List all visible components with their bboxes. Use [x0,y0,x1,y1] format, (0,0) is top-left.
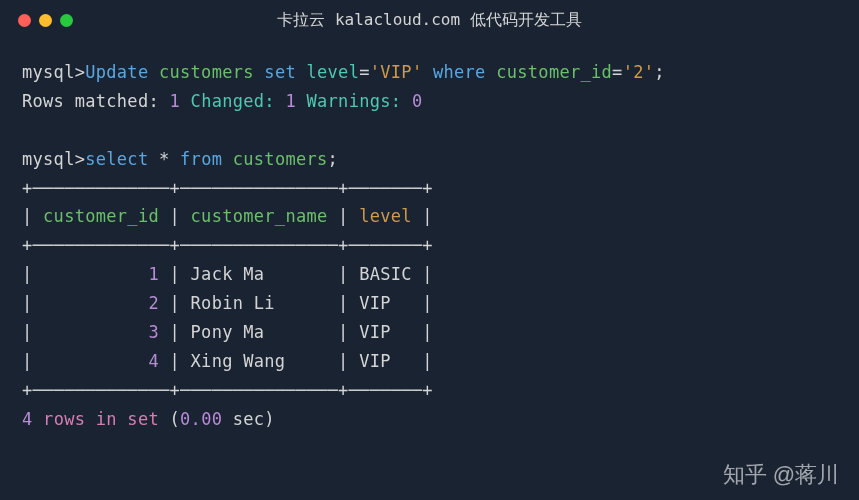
maximize-icon[interactable] [60,14,73,27]
table-name: customers [233,149,328,169]
cell-level: VIP [359,351,412,371]
cell-id: 3 [148,322,159,342]
sql-select-line: mysql>select * from customers; [22,145,837,174]
rows-matched-label: Rows matched: [22,91,159,111]
table-border-top: +─────────────+───────────────+───────+ [22,174,837,203]
mysql-prompt: mysql> [22,149,85,169]
changed-label: Changed: [191,91,275,111]
table-body: | 1 | Jack Ma | BASIC || 2 | Robin Li | … [22,260,837,376]
rows-matched-value: 1 [170,91,181,111]
row-count: 4 [22,409,33,429]
result-footer-line: 4 rows in set (0.00 sec) [22,405,837,434]
window-title: 卡拉云 kalacloud.com 低代码开发工具 [277,10,582,31]
watermark: 知乎 @蒋川 [723,460,839,490]
window-titlebar: 卡拉云 kalacloud.com 低代码开发工具 [0,0,859,40]
warnings-value: 0 [412,91,423,111]
result-summary-line: Rows matched: 1 Changed: 1 Warnings: 0 [22,87,837,116]
cell-id: 1 [148,264,159,284]
keyword-where: where [433,62,486,82]
header-level: level [359,206,412,226]
table-name: customers [159,62,254,82]
terminal-output: mysql>Update customers set level='VIP' w… [0,40,859,452]
cell-id: 4 [148,351,159,371]
column-customer-id: customer_id [496,62,612,82]
cell-level: VIP [359,293,412,313]
table-row: | 1 | Jack Ma | BASIC | [22,260,837,289]
sql-update-line: mysql>Update customers set level='VIP' w… [22,58,837,87]
changed-value: 1 [285,91,296,111]
query-time: 0.00 [180,409,222,429]
table-border-bottom: +─────────────+───────────────+───────+ [22,376,837,405]
cell-name: Jack Ma [191,264,328,284]
cell-id: 2 [148,293,159,313]
cell-name: Robin Li [191,293,328,313]
string-vip: 'VIP' [370,62,423,82]
warnings-label: Warnings: [307,91,402,111]
mysql-prompt: mysql> [22,62,85,82]
minimize-icon[interactable] [39,14,52,27]
keyword-set: set [264,62,296,82]
table-header-row: | customer_id | customer_name | level | [22,202,837,231]
keyword-update: Update [85,62,148,82]
table-border-mid: +─────────────+───────────────+───────+ [22,231,837,260]
cell-name: Xing Wang [191,351,328,371]
close-icon[interactable] [18,14,31,27]
table-row: | 4 | Xing Wang | VIP | [22,347,837,376]
star: * [159,149,170,169]
keyword-select: select [85,149,148,169]
cell-level: BASIC [359,264,412,284]
header-customer-name: customer_name [191,206,328,226]
table-row: | 2 | Robin Li | VIP | [22,289,837,318]
string-2: '2' [623,62,655,82]
header-customer-id: customer_id [43,206,159,226]
window-controls [18,14,73,27]
keyword-from: from [180,149,222,169]
table-row: | 3 | Pony Ma | VIP | [22,318,837,347]
cell-name: Pony Ma [191,322,328,342]
column-level: level [307,62,360,82]
cell-level: VIP [359,322,412,342]
rows-in-set-label: rows in set [43,409,159,429]
